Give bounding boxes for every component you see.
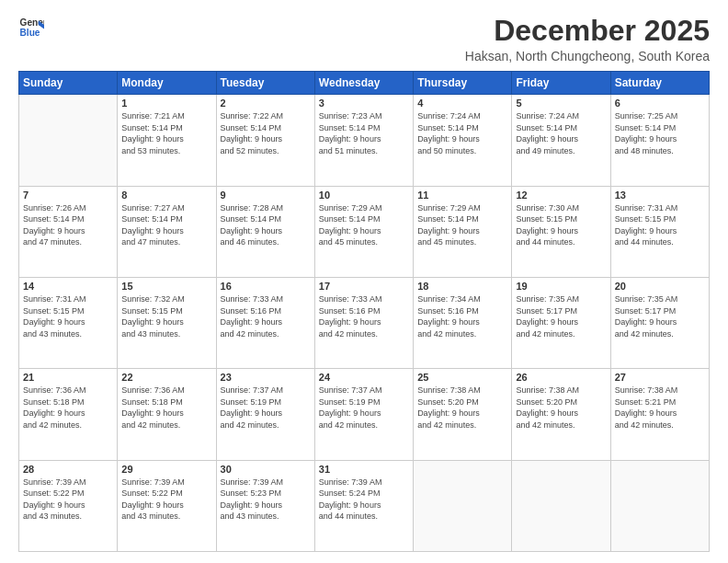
calendar-day-header: Wednesday	[314, 72, 413, 95]
calendar-cell: 27Sunrise: 7:38 AM Sunset: 5:21 PM Dayli…	[610, 369, 709, 460]
cell-info: Sunrise: 7:23 AM Sunset: 5:14 PM Dayligh…	[319, 110, 409, 156]
calendar-cell	[512, 460, 610, 551]
cell-info: Sunrise: 7:35 AM Sunset: 5:17 PM Dayligh…	[516, 293, 606, 339]
calendar-cell: 13Sunrise: 7:31 AM Sunset: 5:15 PM Dayli…	[610, 186, 709, 277]
cell-info: Sunrise: 7:32 AM Sunset: 5:15 PM Dayligh…	[121, 293, 211, 339]
cell-info: Sunrise: 7:27 AM Sunset: 5:14 PM Dayligh…	[121, 202, 211, 248]
cell-info: Sunrise: 7:33 AM Sunset: 5:16 PM Dayligh…	[319, 293, 409, 339]
day-number: 31	[319, 464, 409, 475]
day-number: 22	[121, 372, 211, 383]
calendar-cell	[414, 460, 512, 551]
cell-info: Sunrise: 7:28 AM Sunset: 5:14 PM Dayligh…	[221, 202, 311, 248]
cell-info: Sunrise: 7:26 AM Sunset: 5:14 PM Dayligh…	[23, 202, 113, 248]
calendar-cell: 15Sunrise: 7:32 AM Sunset: 5:15 PM Dayli…	[118, 277, 216, 368]
day-number: 1	[121, 98, 211, 109]
cell-info: Sunrise: 7:39 AM Sunset: 5:24 PM Dayligh…	[319, 477, 409, 523]
cell-info: Sunrise: 7:38 AM Sunset: 5:21 PM Dayligh…	[615, 385, 705, 431]
day-number: 20	[615, 281, 705, 292]
day-number: 14	[23, 281, 113, 292]
calendar-cell: 19Sunrise: 7:35 AM Sunset: 5:17 PM Dayli…	[512, 277, 610, 368]
cell-info: Sunrise: 7:33 AM Sunset: 5:16 PM Dayligh…	[221, 293, 311, 339]
calendar-week-row: 7Sunrise: 7:26 AM Sunset: 5:14 PM Daylig…	[19, 186, 710, 277]
day-number: 8	[121, 190, 211, 201]
calendar-day-header: Thursday	[414, 72, 512, 95]
day-number: 30	[221, 464, 311, 475]
calendar-week-row: 14Sunrise: 7:31 AM Sunset: 5:15 PM Dayli…	[19, 277, 710, 368]
day-number: 4	[417, 98, 507, 109]
calendar-cell	[610, 460, 709, 551]
calendar-cell: 3Sunrise: 7:23 AM Sunset: 5:14 PM Daylig…	[314, 95, 413, 186]
calendar-cell: 8Sunrise: 7:27 AM Sunset: 5:14 PM Daylig…	[118, 186, 216, 277]
title-block: December 2025 Haksan, North Chungcheong,…	[465, 15, 710, 63]
calendar-cell: 20Sunrise: 7:35 AM Sunset: 5:17 PM Dayli…	[610, 277, 709, 368]
calendar-cell: 11Sunrise: 7:29 AM Sunset: 5:14 PM Dayli…	[414, 186, 512, 277]
calendar-day-header: Saturday	[610, 72, 709, 95]
day-number: 16	[221, 281, 311, 292]
calendar-cell: 4Sunrise: 7:24 AM Sunset: 5:14 PM Daylig…	[414, 95, 512, 186]
day-number: 9	[221, 190, 311, 201]
calendar-cell: 28Sunrise: 7:39 AM Sunset: 5:22 PM Dayli…	[19, 460, 118, 551]
calendar-cell: 25Sunrise: 7:38 AM Sunset: 5:20 PM Dayli…	[414, 369, 512, 460]
calendar-week-row: 28Sunrise: 7:39 AM Sunset: 5:22 PM Dayli…	[19, 460, 710, 551]
cell-info: Sunrise: 7:36 AM Sunset: 5:18 PM Dayligh…	[121, 385, 211, 431]
day-number: 12	[516, 190, 606, 201]
day-number: 15	[121, 281, 211, 292]
cell-info: Sunrise: 7:38 AM Sunset: 5:20 PM Dayligh…	[516, 385, 606, 431]
day-number: 13	[615, 190, 705, 201]
cell-info: Sunrise: 7:21 AM Sunset: 5:14 PM Dayligh…	[121, 110, 211, 156]
calendar-cell: 21Sunrise: 7:36 AM Sunset: 5:18 PM Dayli…	[19, 369, 118, 460]
calendar-cell: 7Sunrise: 7:26 AM Sunset: 5:14 PM Daylig…	[19, 186, 118, 277]
month-title: December 2025	[465, 15, 710, 47]
calendar-cell: 12Sunrise: 7:30 AM Sunset: 5:15 PM Dayli…	[512, 186, 610, 277]
calendar-cell: 14Sunrise: 7:31 AM Sunset: 5:15 PM Dayli…	[19, 277, 118, 368]
cell-info: Sunrise: 7:39 AM Sunset: 5:22 PM Dayligh…	[121, 477, 211, 523]
cell-info: Sunrise: 7:35 AM Sunset: 5:17 PM Dayligh…	[615, 293, 705, 339]
day-number: 6	[615, 98, 705, 109]
calendar-cell: 31Sunrise: 7:39 AM Sunset: 5:24 PM Dayli…	[314, 460, 413, 551]
cell-info: Sunrise: 7:24 AM Sunset: 5:14 PM Dayligh…	[417, 110, 507, 156]
calendar-cell: 17Sunrise: 7:33 AM Sunset: 5:16 PM Dayli…	[314, 277, 413, 368]
cell-info: Sunrise: 7:24 AM Sunset: 5:14 PM Dayligh…	[516, 110, 606, 156]
calendar-cell: 9Sunrise: 7:28 AM Sunset: 5:14 PM Daylig…	[216, 186, 314, 277]
cell-info: Sunrise: 7:37 AM Sunset: 5:19 PM Dayligh…	[319, 385, 409, 431]
cell-info: Sunrise: 7:39 AM Sunset: 5:23 PM Dayligh…	[221, 477, 311, 523]
day-number: 18	[417, 281, 507, 292]
calendar-cell	[19, 95, 118, 186]
subtitle: Haksan, North Chungcheong, South Korea	[465, 49, 710, 63]
logo-icon: General Blue	[18, 15, 44, 40]
calendar-cell: 2Sunrise: 7:22 AM Sunset: 5:14 PM Daylig…	[216, 95, 314, 186]
cell-info: Sunrise: 7:38 AM Sunset: 5:20 PM Dayligh…	[417, 385, 507, 431]
day-number: 28	[23, 464, 113, 475]
calendar-cell: 16Sunrise: 7:33 AM Sunset: 5:16 PM Dayli…	[216, 277, 314, 368]
calendar-week-row: 21Sunrise: 7:36 AM Sunset: 5:18 PM Dayli…	[19, 369, 710, 460]
calendar-table: SundayMondayTuesdayWednesdayThursdayFrid…	[18, 71, 710, 552]
calendar-cell: 30Sunrise: 7:39 AM Sunset: 5:23 PM Dayli…	[216, 460, 314, 551]
svg-text:Blue: Blue	[20, 28, 40, 38]
calendar-cell: 23Sunrise: 7:37 AM Sunset: 5:19 PM Dayli…	[216, 369, 314, 460]
cell-info: Sunrise: 7:22 AM Sunset: 5:14 PM Dayligh…	[221, 110, 311, 156]
cell-info: Sunrise: 7:31 AM Sunset: 5:15 PM Dayligh…	[615, 202, 705, 248]
day-number: 25	[417, 372, 507, 383]
cell-info: Sunrise: 7:36 AM Sunset: 5:18 PM Dayligh…	[23, 385, 113, 431]
cell-info: Sunrise: 7:37 AM Sunset: 5:19 PM Dayligh…	[221, 385, 311, 431]
day-number: 11	[417, 190, 507, 201]
logo: General Blue	[18, 15, 44, 40]
calendar-cell: 24Sunrise: 7:37 AM Sunset: 5:19 PM Dayli…	[314, 369, 413, 460]
calendar-cell: 22Sunrise: 7:36 AM Sunset: 5:18 PM Dayli…	[118, 369, 216, 460]
calendar-cell: 10Sunrise: 7:29 AM Sunset: 5:14 PM Dayli…	[314, 186, 413, 277]
calendar-cell: 1Sunrise: 7:21 AM Sunset: 5:14 PM Daylig…	[118, 95, 216, 186]
day-number: 24	[319, 372, 409, 383]
calendar-cell: 5Sunrise: 7:24 AM Sunset: 5:14 PM Daylig…	[512, 95, 610, 186]
calendar-day-header: Friday	[512, 72, 610, 95]
calendar-day-header: Monday	[118, 72, 216, 95]
cell-info: Sunrise: 7:29 AM Sunset: 5:14 PM Dayligh…	[319, 202, 409, 248]
cell-info: Sunrise: 7:30 AM Sunset: 5:15 PM Dayligh…	[516, 202, 606, 248]
day-number: 7	[23, 190, 113, 201]
calendar-header-row: SundayMondayTuesdayWednesdayThursdayFrid…	[19, 72, 710, 95]
calendar-cell: 18Sunrise: 7:34 AM Sunset: 5:16 PM Dayli…	[414, 277, 512, 368]
calendar-cell: 26Sunrise: 7:38 AM Sunset: 5:20 PM Dayli…	[512, 369, 610, 460]
day-number: 10	[319, 190, 409, 201]
day-number: 5	[516, 98, 606, 109]
cell-info: Sunrise: 7:34 AM Sunset: 5:16 PM Dayligh…	[417, 293, 507, 339]
day-number: 17	[319, 281, 409, 292]
